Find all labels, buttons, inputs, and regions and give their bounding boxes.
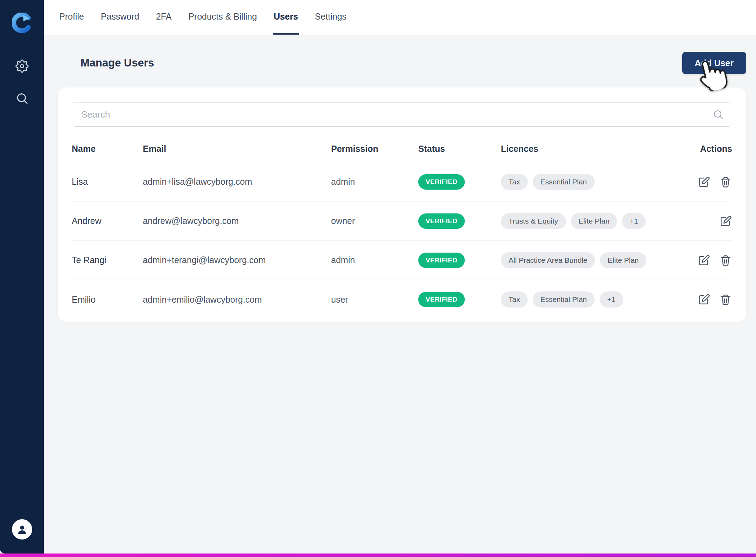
cell-permission: owner: [331, 216, 418, 226]
licence-pill: Tax: [501, 174, 528, 190]
edit-icon: [697, 293, 710, 306]
cell-email: andrew@lawcyborg.com: [143, 216, 331, 226]
edit-button[interactable]: [697, 175, 710, 189]
table-row: Lisaadmin+lisa@lawcyborg.comadminVERIFIE…: [72, 162, 732, 202]
tab-password[interactable]: Password: [100, 0, 140, 35]
edit-icon: [697, 175, 710, 189]
sidebar-search-icon[interactable]: [15, 92, 29, 105]
account-avatar[interactable]: [12, 519, 32, 540]
licence-pill: Essential Plan: [533, 174, 595, 190]
cell-permission: admin: [331, 255, 418, 265]
tab-profile[interactable]: Profile: [58, 0, 85, 35]
person-icon: [15, 522, 29, 536]
cell-status: VERIFIED: [418, 253, 501, 268]
tab-products-billing[interactable]: Products & Billing: [188, 0, 258, 35]
licence-pill: Essential Plan: [533, 291, 595, 308]
cell-status: VERIFIED: [418, 174, 501, 190]
col-header-licences: Licences: [501, 144, 687, 154]
settings-tab-bar: Profile Password 2FA Products & Billing …: [44, 0, 756, 35]
edit-button[interactable]: [697, 254, 710, 267]
col-header-actions: Actions: [687, 144, 732, 154]
status-badge: VERIFIED: [418, 253, 465, 268]
cell-licences: TaxEssential Plan+1: [501, 291, 687, 308]
table-header-row: Name Email Permission Status Licences Ac…: [72, 136, 732, 162]
cell-email: admin+terangi@lawcyborg.com: [143, 255, 331, 265]
cell-status: VERIFIED: [418, 292, 501, 307]
licence-pill: Trusts & Equity: [501, 213, 566, 229]
search-input[interactable]: [72, 102, 732, 127]
cell-actions: [687, 175, 732, 189]
licence-pill: +1: [600, 291, 623, 308]
licence-pill: +1: [622, 213, 646, 229]
table-row: Emilioadmin+emilio@lawcyborg.comuserVERI…: [72, 280, 732, 319]
cell-licences: TaxEssential Plan: [501, 174, 687, 190]
cell-email: admin+emilio@lawcyborg.com: [143, 295, 331, 305]
tab-2fa[interactable]: 2FA: [155, 0, 172, 35]
licence-pill: Elite Plan: [571, 213, 617, 229]
page-title: Manage Users: [80, 57, 154, 69]
trash-icon: [719, 175, 732, 189]
sidebar: [0, 0, 44, 554]
edit-button[interactable]: [697, 293, 710, 306]
delete-button[interactable]: [719, 293, 732, 306]
cell-status: VERIFIED: [418, 213, 501, 229]
trash-icon: [719, 293, 732, 306]
status-badge: VERIFIED: [418, 174, 465, 190]
cell-permission: admin: [331, 177, 418, 187]
cell-name: Te Rangi: [72, 255, 143, 265]
app-logo-icon[interactable]: [12, 13, 32, 33]
search-icon: [713, 109, 724, 120]
status-badge: VERIFIED: [418, 213, 465, 229]
add-user-button[interactable]: Add User: [682, 52, 746, 74]
edit-icon: [719, 214, 732, 228]
licence-pill: Tax: [501, 291, 528, 308]
trash-icon: [719, 254, 732, 267]
cell-name: Lisa: [72, 177, 143, 187]
cell-actions: [687, 214, 732, 228]
tab-users[interactable]: Users: [273, 0, 299, 35]
tab-settings[interactable]: Settings: [314, 0, 347, 35]
users-card: Name Email Permission Status Licences Ac…: [58, 87, 746, 322]
edit-button[interactable]: [719, 214, 732, 228]
cell-permission: user: [331, 295, 418, 305]
cell-email: admin+lisa@lawcyborg.com: [143, 177, 331, 187]
status-badge: VERIFIED: [418, 292, 465, 307]
delete-button[interactable]: [719, 254, 732, 267]
table-body: Lisaadmin+lisa@lawcyborg.comadminVERIFIE…: [72, 162, 732, 319]
cell-licences: Trusts & EquityElite Plan+1: [501, 213, 687, 229]
table-row: Te Rangiadmin+terangi@lawcyborg.comadmin…: [72, 241, 732, 280]
col-header-status: Status: [418, 144, 501, 154]
col-header-permission: Permission: [331, 144, 418, 154]
table-row: Andrewandrew@lawcyborg.comownerVERIFIEDT…: [72, 202, 732, 241]
app-window: Profile Password 2FA Products & Billing …: [0, 0, 756, 557]
window-edge-strip: [0, 554, 756, 557]
delete-button[interactable]: [719, 175, 732, 189]
edit-icon: [697, 254, 710, 267]
licence-pill: Elite Plan: [600, 252, 646, 268]
col-header-email: Email: [143, 144, 331, 154]
col-header-name: Name: [72, 144, 143, 154]
cell-name: Andrew: [72, 216, 143, 226]
licence-pill: All Practice Area Bundle: [501, 252, 595, 268]
cell-actions: [687, 254, 732, 267]
settings-icon[interactable]: [15, 59, 29, 73]
cell-actions: [687, 293, 732, 306]
cell-name: Emilio: [72, 295, 143, 305]
cell-licences: All Practice Area BundleElite Plan: [501, 252, 687, 268]
